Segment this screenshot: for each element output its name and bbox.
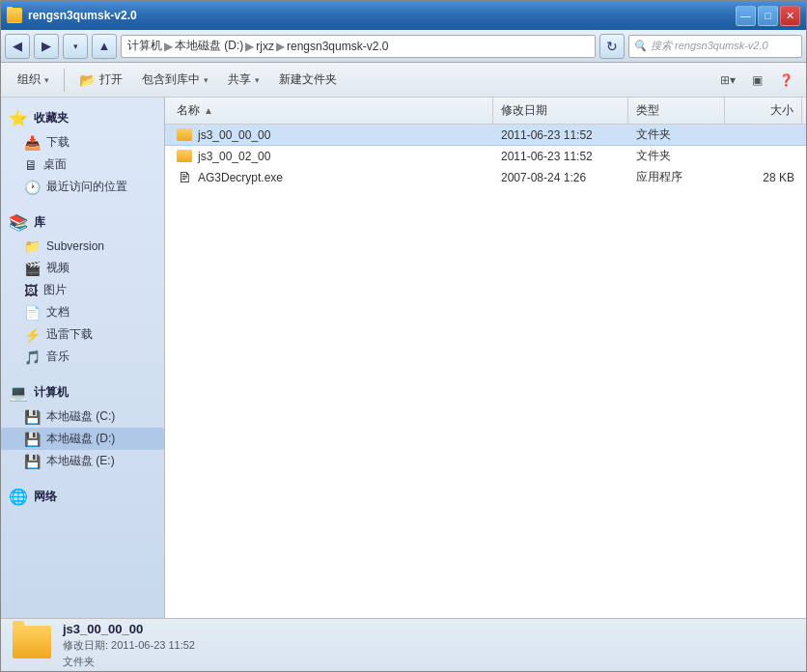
music-icon: 🎵 — [24, 350, 41, 365]
video-label: 视频 — [46, 260, 70, 276]
close-button[interactable]: ✕ — [780, 6, 800, 26]
file-size-ag3decrypt: 28 KB — [725, 171, 802, 184]
file-date-js3-00-00-00: 2011-06-23 11:52 — [493, 128, 628, 142]
drive-e-label: 本地磁盘 (E:) — [46, 453, 115, 469]
title-bar: rengsn3qumsk-v2.0 — □ ✕ — [1, 1, 806, 30]
sidebar-item-downloads[interactable]: 📥 下载 — [1, 131, 164, 154]
window-title: rengsn3qumsk-v2.0 — [28, 9, 137, 22]
recent-label: 最近访问的位置 — [46, 179, 127, 195]
path-rjxz: rjxz — [256, 40, 274, 53]
subversion-icon: 📁 — [24, 238, 41, 254]
preview-button[interactable]: ▣ — [744, 68, 769, 93]
path-sep-3: ▶ — [276, 40, 285, 53]
main-area: ⭐ 收藏夹 📥 下载 🖥 桌面 🕐 最近访问的位置 — [1, 98, 806, 618]
search-icon: 🔍 — [633, 40, 647, 52]
sidebar-item-drive-d[interactable]: 💾 本地磁盘 (D:) — [1, 428, 164, 450]
sidebar-item-desktop[interactable]: 🖥 桌面 — [1, 154, 164, 176]
new-folder-button[interactable]: 新建文件夹 — [270, 67, 346, 94]
address-path[interactable]: 计算机 ▶ 本地磁盘 (D:) ▶ rjxz ▶ rengsn3qumsk-v2… — [121, 35, 596, 58]
help-button[interactable]: ❓ — [773, 68, 798, 93]
drive-d-label: 本地磁盘 (D:) — [46, 431, 115, 447]
share-dropdown-arrow: ▾ — [255, 75, 260, 85]
library-icon: 📚 — [9, 213, 28, 232]
file-name-js3-00-02-00: js3_00_02_00 — [169, 150, 493, 163]
sidebar-item-music[interactable]: 🎵 音乐 — [1, 346, 164, 368]
subversion-label: Subversion — [46, 239, 104, 253]
open-button[interactable]: 📂 打开 — [70, 67, 131, 94]
library-header: 📚 库 — [1, 210, 164, 236]
sidebar-item-pictures[interactable]: 🖼 图片 — [1, 279, 164, 301]
col-header-date[interactable]: 修改日期 — [493, 98, 628, 124]
file-name-js3-00-00-00: js3_00_00_00 — [169, 128, 493, 142]
sidebar: ⭐ 收藏夹 📥 下载 🖥 桌面 🕐 最近访问的位置 — [1, 98, 165, 618]
computer-icon: 💻 — [9, 383, 28, 402]
sidebar-item-recent[interactable]: 🕐 最近访问的位置 — [1, 176, 164, 198]
col-header-size[interactable]: 大小 — [725, 98, 802, 124]
toolbar-right: ⊞▾ ▣ ❓ — [715, 68, 798, 93]
file-row-ag3decrypt[interactable]: 🖹 AG3Decrypt.exe 2007-08-24 1:26 应用程序 28… — [165, 167, 806, 188]
file-row-js3-00-00-00[interactable]: js3_00_00_00 2011-06-23 11:52 文件夹 — [165, 125, 806, 146]
sidebar-item-drive-c[interactable]: 💾 本地磁盘 (C:) — [1, 406, 164, 428]
share-button[interactable]: 共享 ▾ — [219, 67, 268, 94]
minimize-button[interactable]: — — [736, 6, 756, 26]
status-selected-name: js3_00_00_00 — [63, 622, 195, 636]
file-type-js3-00-00-00: 文件夹 — [628, 126, 725, 143]
forward-button[interactable]: ▶ — [34, 34, 59, 59]
file-row-js3-00-02-00[interactable]: js3_00_02_00 2011-06-23 11:52 文件夹 — [165, 146, 806, 167]
col-size-label: 大小 — [770, 102, 793, 119]
include-dropdown-arrow: ▾ — [204, 75, 209, 85]
folder-icon-title — [7, 10, 22, 22]
sidebar-item-documents[interactable]: 📄 文档 — [1, 301, 164, 323]
file-type-ag3decrypt: 应用程序 — [628, 169, 725, 185]
xunlei-label: 迅雷下载 — [46, 326, 93, 343]
file-date-js3-00-02-00: 2011-06-23 11:52 — [493, 150, 628, 163]
video-icon: 🎬 — [24, 261, 41, 276]
path-sep-1: ▶ — [164, 40, 173, 53]
status-folder-icon-shape — [13, 626, 51, 658]
computer-header: 💻 计算机 — [1, 379, 164, 406]
file-list: js3_00_00_00 2011-06-23 11:52 文件夹 js3_00… — [165, 125, 806, 618]
view-options-button[interactable]: ⊞▾ — [715, 68, 740, 93]
sidebar-item-subversion[interactable]: 📁 Subversion — [1, 236, 164, 257]
maximize-button[interactable]: □ — [758, 6, 778, 26]
refresh-button[interactable]: ↻ — [599, 34, 625, 59]
network-header-label: 网络 — [34, 489, 57, 505]
sidebar-item-video[interactable]: 🎬 视频 — [1, 257, 164, 279]
network-icon: 🌐 — [9, 488, 28, 506]
folder-icon-row1 — [177, 128, 192, 141]
computer-header-label: 计算机 — [34, 384, 69, 401]
library-header-label: 库 — [34, 214, 45, 231]
search-placeholder: 搜索 rengsn3qumsk-v2.0 — [651, 39, 768, 53]
nav-dropdown-button[interactable]: ▾ — [63, 34, 88, 59]
status-bar: js3_00_00_00 修改日期: 2011-06-23 11:52 文件夹 — [1, 618, 806, 671]
path-drive-d: 本地磁盘 (D:) — [175, 38, 243, 54]
computer-section: 💻 计算机 💾 本地磁盘 (C:) 💾 本地磁盘 (D:) 💾 本地磁盘 (E:… — [1, 379, 164, 472]
organize-button[interactable]: 组织 ▾ — [9, 67, 58, 94]
up-button[interactable]: ▲ — [92, 34, 117, 59]
col-name-label: 名称 — [177, 102, 200, 119]
window-icon — [7, 8, 22, 23]
favorites-header: ⭐ 收藏夹 — [1, 105, 164, 131]
favorites-section: ⭐ 收藏夹 📥 下载 🖥 桌面 🕐 最近访问的位置 — [1, 105, 164, 198]
file-area: 名称 ▲ 修改日期 类型 大小 js3_0 — [165, 98, 806, 618]
file-name-ag3decrypt: 🖹 AG3Decrypt.exe — [169, 170, 493, 185]
recent-icon: 🕐 — [24, 180, 41, 195]
path-computer: 计算机 — [127, 38, 162, 54]
documents-icon: 📄 — [24, 305, 41, 321]
include-button[interactable]: 包含到库中 ▾ — [133, 67, 217, 94]
documents-label: 文档 — [46, 304, 70, 321]
column-headers: 名称 ▲ 修改日期 类型 大小 — [165, 98, 806, 125]
drive-c-label: 本地磁盘 (C:) — [46, 408, 115, 425]
include-label: 包含到库中 — [142, 71, 200, 88]
open-icon: 📂 — [79, 72, 96, 88]
search-box[interactable]: 🔍 搜索 rengsn3qumsk-v2.0 — [628, 35, 802, 58]
sidebar-item-xunlei[interactable]: ⚡ 迅雷下载 — [1, 323, 164, 346]
col-header-name[interactable]: 名称 ▲ — [169, 98, 493, 124]
window-controls: — □ ✕ — [736, 6, 800, 26]
sidebar-item-drive-e[interactable]: 💾 本地磁盘 (E:) — [1, 450, 164, 472]
drive-d-icon: 💾 — [24, 432, 41, 447]
col-header-type[interactable]: 类型 — [628, 98, 725, 124]
status-info: js3_00_00_00 修改日期: 2011-06-23 11:52 文件夹 — [63, 622, 195, 669]
drive-e-icon: 💾 — [24, 454, 41, 469]
back-button[interactable]: ◀ — [5, 34, 30, 59]
